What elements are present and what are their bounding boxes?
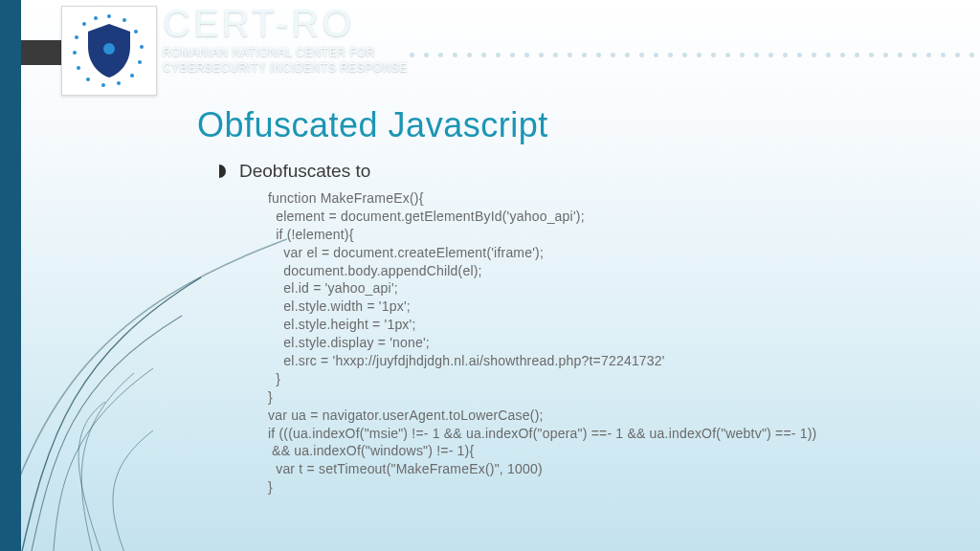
bullet-text: Deobfuscates to: [239, 161, 370, 182]
logo-box: [61, 6, 157, 96]
logo-text-block: CERT-RO ROMANIAN NATIONAL CENTER FOR CYB…: [163, 2, 408, 76]
bullet-icon: [212, 165, 226, 178]
code-block: function MakeFrameEx(){ element = docume…: [268, 189, 919, 496]
slide: CERT-RO ROMANIAN NATIONAL CENTER FOR CYB…: [0, 0, 980, 551]
logo-title: CERT-RO: [163, 2, 408, 45]
logo-subtitle-line2: CYBERSECURITY INCIDENTS RESPONSE: [163, 60, 408, 76]
left-accent-bar: [0, 0, 21, 551]
decorative-wisp: [0, 143, 287, 551]
left-bar-tab: [21, 40, 61, 65]
decorative-dots-strip: [368, 44, 980, 65]
svg-point-0: [103, 43, 115, 55]
logo-subtitle-line1: ROMANIAN NATIONAL CENTER FOR: [163, 45, 408, 60]
slide-title: Obfuscated Javascript: [197, 105, 548, 145]
bullet-row: Deobfuscates to: [212, 161, 370, 182]
cert-ro-logo-icon: [71, 12, 147, 89]
